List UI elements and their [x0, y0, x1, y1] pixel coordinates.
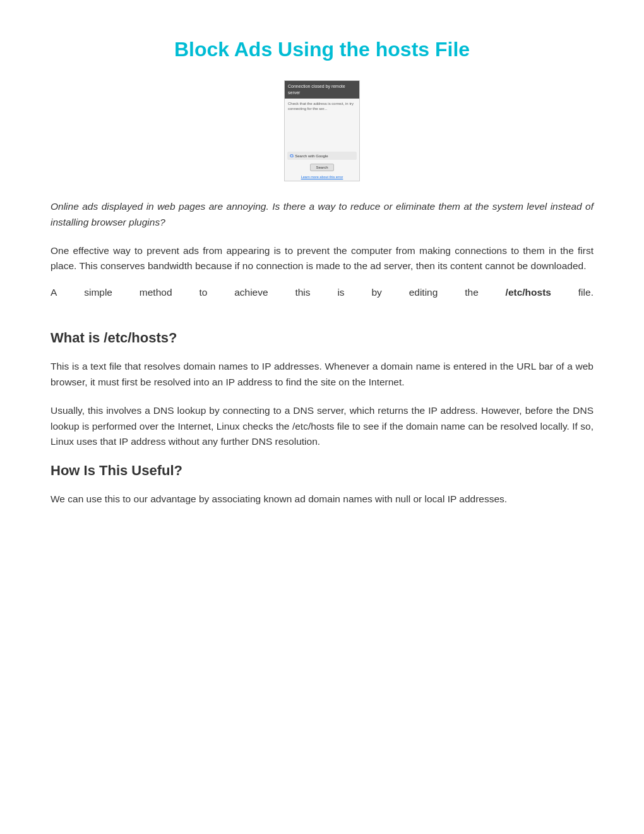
hero-top-bar: Connection closed by remote server — [285, 81, 359, 99]
hero-search-button-row: Search — [287, 164, 357, 171]
word-is: is — [337, 287, 344, 298]
word-by: by — [371, 287, 381, 298]
hero-search-bar: G Search with Google — [287, 152, 357, 160]
hero-image: Connection closed by remote server Check… — [284, 80, 360, 181]
word-to: to — [199, 287, 207, 298]
spaced-sentence: A simple method to achieve this is by ed… — [51, 287, 593, 298]
hero-error-text: Check that the address is correct, in tr… — [285, 99, 359, 150]
word-achieve: achieve — [234, 287, 268, 298]
section-1-title: What is /etc/hosts? — [51, 330, 593, 346]
intro-paragraph: Online ads displayed in web pages are an… — [51, 199, 593, 231]
word-etc-hosts: /etc/hosts — [506, 287, 551, 298]
hero-image-container: Connection closed by remote server Check… — [51, 80, 593, 181]
section-2-para-1: We can use this to our advantage by asso… — [51, 492, 593, 507]
word-editing: editing — [409, 287, 438, 298]
word-file: file. — [578, 287, 593, 298]
word-the: the — [465, 287, 479, 298]
word-method: method — [140, 287, 172, 298]
hero-bottom-link: Learn more about this error — [285, 173, 359, 181]
hero-search-btn: Search — [310, 164, 333, 171]
word-a: A — [51, 287, 57, 298]
word-simple: simple — [84, 287, 112, 298]
page-title: Block Ads Using the hosts File — [51, 38, 593, 61]
word-this: this — [295, 287, 310, 298]
section-2: How Is This Useful? We can use this to o… — [51, 462, 593, 507]
section-1-para-1: This is a text file that resolves domain… — [51, 359, 593, 390]
google-icon: G — [290, 153, 294, 159]
section-2-title: How Is This Useful? — [51, 462, 593, 479]
section-1: What is /etc/hosts? This is a text file … — [51, 330, 593, 450]
section-1-para-2: Usually, this involves a DNS lookup by c… — [51, 403, 593, 450]
paragraph-1: One effective way to prevent ads from ap… — [51, 243, 593, 275]
